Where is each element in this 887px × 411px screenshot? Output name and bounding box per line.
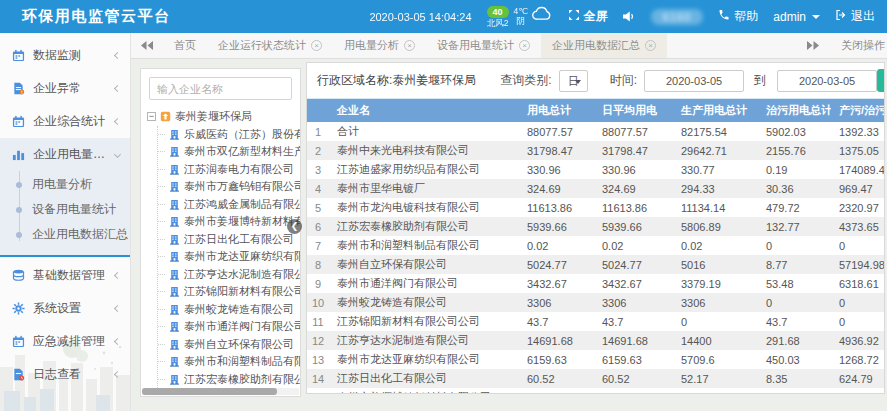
value-cell: 4373.65 [831, 217, 885, 236]
table-row[interactable]: 9泰州市通洋阀门有限公司3432.673432.673379.1953.4863… [307, 274, 885, 293]
table-row[interactable]: 5泰州市龙沟电镀科技有限公司11613.8611613.8611134.1447… [307, 198, 885, 217]
sidebar-item[interactable]: 日志查看 [0, 358, 130, 391]
value-cell: 479.72 [758, 198, 831, 217]
tree-node[interactable]: 江苏锦阳新材料有限公司公司 [158, 283, 300, 301]
scroll-tabs-right-icon[interactable] [797, 41, 829, 50]
enterprise-search-input[interactable] [149, 77, 292, 100]
value-cell: 31798.47 [594, 141, 673, 160]
tree-node-label: 泰州姜堰环保局 [175, 109, 252, 124]
value-cell: 29642.71 [673, 141, 758, 160]
table-row[interactable]: 2泰州中来光电科技有限公司31798.4731798.4729642.71215… [307, 141, 885, 160]
table-row[interactable]: 8泰州自立环保有限公司5024.775024.7750168.7757194.9… [307, 255, 885, 274]
row-number: 2 [307, 141, 329, 160]
sidebar-item-label: 基础数据管理 [33, 267, 105, 284]
tab-close-icon[interactable]: × [404, 40, 415, 51]
sidebar-item-label: 应急减排管理 [33, 333, 105, 350]
table-row[interactable]: 4泰州市里华电镀厂324.69324.69294.3330.36969.47 [307, 179, 885, 198]
sidebar-subitem[interactable]: 企业用电数据汇总 [0, 222, 130, 247]
building-icon [169, 216, 180, 227]
tree-scrollbar-thumb[interactable] [142, 388, 277, 395]
sidebar-item[interactable]: 系统设置 [0, 292, 130, 325]
building-icon [169, 269, 180, 280]
tree-root-node[interactable]: −泰州姜堰环保局 [141, 108, 300, 126]
tree-node[interactable]: 泰州市姜堰博特新材料有限公司 [158, 213, 300, 231]
column-header: 产污/治污(用电比) [831, 99, 885, 122]
tree-node[interactable]: 泰州市双亿新型材料生产有限公司 [158, 143, 300, 161]
value-cell: 0.02 [519, 236, 594, 255]
tree-node[interactable]: 江苏润泰电力有限公司 [158, 161, 300, 179]
sidebar-subitem[interactable]: 用电量分析 [0, 172, 130, 197]
logout-button[interactable]: 退出 [835, 8, 875, 25]
value-cell: 4936.92 [831, 331, 885, 350]
table-row[interactable]: 1合计88077.5788077.5782175.545902.031392.3… [307, 122, 885, 141]
temperature-text: 4℃ [514, 6, 528, 16]
tab[interactable]: 企业用电数据汇总× [541, 33, 667, 58]
chevron-left-icon [114, 338, 121, 345]
building-icon [169, 286, 180, 297]
value-cell: 820.04 [594, 388, 673, 394]
sidebar-item[interactable]: 应急减排管理 [0, 325, 130, 358]
table-row[interactable]: 3江苏迪盛家用纺织品有限公司330.96330.96330.770.191740… [307, 160, 885, 179]
sidebar-item[interactable]: 企业综合统计 [0, 105, 130, 138]
close-operations-menu[interactable]: 关闭操作 [841, 38, 885, 53]
value-cell: 8.77 [758, 255, 831, 274]
tree-node[interactable]: 泰州市通洋阀门有限公司 [158, 318, 300, 336]
tree-node[interactable]: 乐威医药（江苏）股份有限公司 [158, 126, 300, 144]
collapse-tree-panel-button[interactable]: ❮ [287, 219, 302, 234]
value-cell: 88077.57 [519, 122, 594, 141]
sidebar-item[interactable]: 企业用电量分析 [0, 138, 130, 171]
tree-node[interactable]: 江苏宏泰橡胶助剂有限公司 [158, 371, 300, 389]
tab-close-icon[interactable]: × [311, 40, 322, 51]
tree-node[interactable]: 泰州市龙达亚麻纺织有限公司 [158, 248, 300, 266]
redacted-badge: 6160 [651, 9, 703, 25]
export-button[interactable]: 导出 [877, 69, 885, 92]
table-row[interactable]: 15泰州市姜堰博特新材料有限公司820.04820.04779.4343.084… [307, 388, 885, 394]
value-cell: 1268.72 [831, 350, 885, 369]
enterprise-tree: −泰州姜堰环保局乐威医药（江苏）股份有限公司泰州市双亿新型材料生产有限公司江苏润… [141, 108, 300, 388]
sidebar-item[interactable]: 企业异常 [0, 72, 130, 105]
select-caret-icon [575, 80, 581, 84]
value-cell: 5024.77 [519, 255, 594, 274]
table-row[interactable]: 12江苏亨达水泥制造有限公司14691.6814691.6814400291.6… [307, 331, 885, 350]
sidebar-item[interactable]: 数据监测 [0, 39, 130, 72]
tree-expander-icon[interactable]: − [147, 112, 156, 121]
table-row[interactable]: 7泰州市和润塑料制品有限公司0.020.020.0200 [307, 236, 885, 255]
sidebar-subitem[interactable]: 设备用电量统计 [0, 197, 130, 222]
tab[interactable]: 设备用电量统计× [426, 33, 541, 58]
announcement-speaker-icon[interactable] [623, 11, 636, 22]
table-row[interactable]: 13泰州市龙达亚麻纺织有限公司6159.636159.635709.6450.0… [307, 350, 885, 369]
tree-node-label: 江苏日出化工有限公司 [184, 232, 294, 247]
sidebar-item[interactable]: 基础数据管理 [0, 259, 130, 292]
user-menu[interactable]: admin [773, 10, 820, 24]
date-to-input[interactable] [777, 70, 877, 92]
table-row[interactable]: 10泰州蛟龙铸造有限公司33063306330600 [307, 293, 885, 312]
region-name-label: 行政区域名称:泰州姜堰环保局 [317, 72, 476, 89]
tree-node[interactable]: 泰州自立环保有限公司 [158, 336, 300, 354]
value-cell: 5902.03 [758, 122, 831, 141]
tree-node[interactable]: 泰州市万鑫钨钼有限公司 [158, 178, 300, 196]
tab[interactable]: 首页 [163, 33, 207, 58]
enterprise-name-cell: 江苏日出化工有限公司 [329, 369, 519, 388]
tab[interactable]: 企业运行状态统计× [207, 33, 333, 58]
table-row[interactable]: 6江苏宏泰橡胶助剂有限公司5939.665939.665806.89132.77… [307, 217, 885, 236]
column-header: 生产用电总计 [673, 99, 758, 122]
tree-node[interactable]: 泰州市和润塑料制品有限公司 [158, 353, 300, 371]
value-cell: 330.96 [519, 160, 594, 179]
tree-node[interactable]: 江苏鸿威金属制品有限公司 [158, 196, 300, 214]
building-icon [169, 321, 180, 332]
tree-node[interactable]: 江苏日出化工有限公司 [158, 231, 300, 249]
query-category-select[interactable]: 日 [559, 70, 588, 92]
date-from-input[interactable] [644, 70, 744, 92]
tab-close-icon[interactable]: × [519, 40, 530, 51]
scroll-tabs-left-icon[interactable] [131, 33, 163, 58]
table-row[interactable]: 11江苏锦阳新材料有限公司公司43.743.7043.70 [307, 312, 885, 331]
enterprise-name-cell: 泰州中来光电科技有限公司 [329, 141, 519, 160]
value-cell: 3432.67 [519, 274, 594, 293]
tab-close-icon[interactable]: × [645, 40, 656, 51]
tree-node[interactable]: 泰州蛟龙铸造有限公司 [158, 301, 300, 319]
help-button[interactable]: 帮助 [718, 8, 758, 25]
table-row[interactable]: 14江苏日出化工有限公司60.5260.5252.178.35624.79 [307, 369, 885, 388]
tree-node[interactable]: 江苏亨达水泥制造有限公司 [158, 266, 300, 284]
fullscreen-button[interactable]: 全屏 [568, 8, 608, 25]
tab[interactable]: 用电量分析× [333, 33, 426, 58]
